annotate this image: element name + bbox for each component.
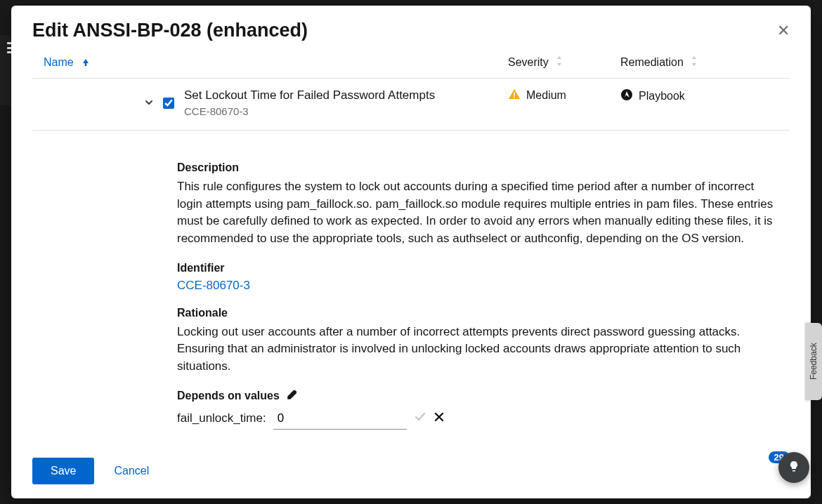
column-header-name[interactable]: Name xyxy=(44,56,74,69)
warning-triangle-icon xyxy=(508,88,521,102)
close-icon[interactable]: ✕ xyxy=(777,23,790,39)
rule-row: Set Lockout Time for Failed Password Att… xyxy=(32,79,790,131)
svg-rect-2 xyxy=(514,97,515,98)
edit-profile-modal: Edit ANSSI-BP-028 (enhanced) ✕ Name Seve… xyxy=(11,6,811,498)
rule-details-panel: Description This rule configures the sys… xyxy=(32,131,790,448)
ansible-icon xyxy=(620,88,633,104)
feedback-tab[interactable]: Feedback xyxy=(805,323,822,400)
description-label: Description xyxy=(177,161,783,174)
rule-title: Set Lockout Time for Failed Password Att… xyxy=(184,88,435,102)
pencil-icon[interactable] xyxy=(287,389,298,403)
sort-icon[interactable] xyxy=(556,55,563,69)
sort-icon[interactable] xyxy=(691,55,698,69)
rationale-text: Locking out user accounts after a number… xyxy=(177,324,781,376)
x-icon[interactable] xyxy=(433,411,445,425)
lightbulb-icon xyxy=(787,459,801,476)
rationale-label: Rationale xyxy=(177,307,783,319)
severity-badge: Medium xyxy=(508,88,566,102)
value-key: fail_unlock_time: xyxy=(177,411,266,425)
cancel-button[interactable]: Cancel xyxy=(114,465,149,477)
table-header-row: Name Severity Remediation xyxy=(32,50,790,79)
column-header-severity[interactable]: Severity xyxy=(508,56,549,69)
value-editor-row: fail_unlock_time: xyxy=(177,407,783,430)
identifier-label: Identifier xyxy=(177,262,783,274)
rule-checkbox[interactable] xyxy=(163,98,174,109)
chevron-down-icon[interactable] xyxy=(145,97,153,110)
save-button[interactable]: Save xyxy=(32,458,94,484)
sort-asc-icon[interactable] xyxy=(82,58,89,67)
modal-header: Edit ANSSI-BP-028 (enhanced) ✕ xyxy=(11,6,811,50)
helper-bubble[interactable] xyxy=(778,452,809,483)
description-text: This rule configures the system to lock … xyxy=(177,178,781,248)
rule-id: CCE-80670-3 xyxy=(184,105,435,117)
check-icon[interactable] xyxy=(414,411,426,426)
svg-rect-0 xyxy=(84,62,86,66)
column-header-remediation[interactable]: Remediation xyxy=(620,56,684,69)
rule-title-block: Set Lockout Time for Failed Password Att… xyxy=(184,88,435,117)
identifier-link[interactable]: CCE-80670-3 xyxy=(177,279,250,293)
remediation-badge: Playbook xyxy=(620,88,685,104)
remediation-text: Playbook xyxy=(639,90,685,102)
value-input[interactable] xyxy=(273,407,407,430)
modal-title: Edit ANSSI-BP-028 (enhanced) xyxy=(32,20,308,41)
svg-rect-1 xyxy=(514,93,515,96)
depends-label: Depends on values xyxy=(177,390,280,402)
severity-text: Medium xyxy=(526,89,566,102)
modal-footer: Save Cancel xyxy=(11,448,811,498)
